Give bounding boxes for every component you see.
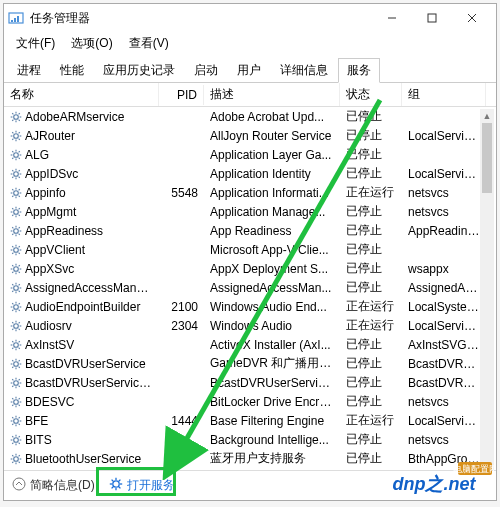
svg-line-24 xyxy=(19,132,20,133)
cell-name: BcastDVRUserService_3a... xyxy=(4,375,159,391)
svg-point-26 xyxy=(14,152,19,157)
col-header-desc[interactable]: 描述 xyxy=(204,83,340,106)
svg-line-122 xyxy=(19,347,20,348)
gear-icon xyxy=(10,301,22,313)
table-row[interactable]: Appinfo5548Application Informati...正在运行n… xyxy=(4,183,496,202)
col-header-group[interactable]: 组 xyxy=(402,83,486,106)
close-button[interactable] xyxy=(452,5,492,31)
table-row[interactable]: ALGApplication Layer Ga...已停止 xyxy=(4,145,496,164)
scroll-up-arrow[interactable]: ▲ xyxy=(480,109,494,123)
cell-group: LocalService... xyxy=(402,318,486,334)
tab-1[interactable]: 性能 xyxy=(51,58,93,83)
table-row[interactable]: Audiosrv2304Windows Audio正在运行LocalServic… xyxy=(4,316,496,335)
scrollbar-thumb[interactable] xyxy=(482,123,492,193)
svg-line-94 xyxy=(12,284,13,285)
gear-icon xyxy=(10,358,22,370)
svg-line-157 xyxy=(12,417,13,418)
cell-name: AxInstSV xyxy=(4,337,159,353)
table-row[interactable]: BcastDVRUserService_3a...BcastDVRUserSer… xyxy=(4,373,496,392)
gear-icon xyxy=(10,434,22,446)
cell-status: 已停止 xyxy=(340,373,402,392)
table-row[interactable]: AppReadinessApp Readiness已停止AppReadiness xyxy=(4,221,496,240)
cell-desc: Background Intellige... xyxy=(204,432,340,448)
vertical-scrollbar[interactable]: ▲ ▼ xyxy=(480,109,494,470)
tab-4[interactable]: 用户 xyxy=(228,58,270,83)
fewer-details-button[interactable]: 简略信息(D) xyxy=(12,477,95,494)
cell-desc: 蓝牙用户支持服务 xyxy=(204,449,340,468)
table-row[interactable]: AudioEndpointBuilder2100Windows Audio En… xyxy=(4,297,496,316)
table-row[interactable]: BDESVCBitLocker Drive Encry...已停止netsvcs xyxy=(4,392,496,411)
cell-pid xyxy=(159,382,204,384)
svg-line-58 xyxy=(12,208,13,209)
svg-point-197 xyxy=(13,478,25,490)
svg-line-142 xyxy=(12,385,13,386)
svg-point-35 xyxy=(14,171,19,176)
app-icon xyxy=(8,10,24,26)
table-row[interactable]: BFE1444Base Filtering Engine正在运行LocalSer… xyxy=(4,411,496,430)
svg-line-95 xyxy=(19,290,20,291)
table-row[interactable]: AppXSvcAppX Deployment S...已停止wsappx xyxy=(4,259,496,278)
maximize-button[interactable] xyxy=(412,5,452,31)
cell-desc: AppX Deployment S... xyxy=(204,261,340,277)
table-row[interactable]: BcastDVRUserServiceGameDVR 和广播用户...已停止Bc… xyxy=(4,354,496,373)
svg-line-168 xyxy=(19,436,20,437)
col-header-name[interactable]: 名称 xyxy=(4,83,159,106)
table-row[interactable]: AdobeARMserviceAdobe Acrobat Upd...已停止 xyxy=(4,107,496,126)
cell-desc: Windows Audio xyxy=(204,318,340,334)
cell-desc: GameDVR 和广播用户... xyxy=(204,354,340,373)
gear-icon xyxy=(10,206,22,218)
menu-options[interactable]: 选项(O) xyxy=(65,33,118,54)
table-row[interactable]: AppIDSvcApplication Identity已停止LocalServ… xyxy=(4,164,496,183)
svg-point-134 xyxy=(14,380,19,385)
svg-line-167 xyxy=(19,442,20,443)
menu-file[interactable]: 文件(F) xyxy=(10,33,61,54)
gear-icon xyxy=(10,282,22,294)
col-header-status[interactable]: 状态 xyxy=(340,83,402,106)
gear-icon xyxy=(10,168,22,180)
cell-desc: Windows Audio End... xyxy=(204,299,340,315)
table-row[interactable]: AssignedAccessManager...AssignedAccessMa… xyxy=(4,278,496,297)
svg-line-52 xyxy=(12,195,13,196)
svg-line-70 xyxy=(12,233,13,234)
tab-6[interactable]: 服务 xyxy=(338,58,380,83)
svg-line-31 xyxy=(12,151,13,152)
tab-3[interactable]: 启动 xyxy=(185,58,227,83)
svg-line-61 xyxy=(12,214,13,215)
menu-view[interactable]: 查看(V) xyxy=(123,33,175,54)
svg-line-175 xyxy=(12,455,13,456)
table-row[interactable]: AppMgmtApplication Manage...已停止netsvcs xyxy=(4,202,496,221)
svg-line-112 xyxy=(12,322,13,323)
cell-status: 已停止 xyxy=(340,164,402,183)
gear-icon xyxy=(10,320,22,332)
cell-pid xyxy=(159,173,204,175)
cell-pid xyxy=(159,458,204,460)
cell-desc: Adobe Acrobat Upd... xyxy=(204,109,340,125)
tab-0[interactable]: 进程 xyxy=(8,58,50,83)
table-row[interactable]: AxInstSVActiveX Installer (AxI...已停止AxIn… xyxy=(4,335,496,354)
gear-icon xyxy=(10,396,22,408)
svg-line-104 xyxy=(19,309,20,310)
table-row[interactable]: BITSBackground Intellige...已停止netsvcs xyxy=(4,430,496,449)
cell-name: BcastDVRUserService xyxy=(4,356,159,372)
svg-line-49 xyxy=(12,189,13,190)
svg-point-170 xyxy=(14,456,19,461)
table-row[interactable]: AppVClientMicrosoft App-V Clie...已停止 xyxy=(4,240,496,259)
svg-line-121 xyxy=(12,341,13,342)
cell-desc: Application Layer Ga... xyxy=(204,147,340,163)
svg-point-17 xyxy=(14,133,19,138)
open-services-button[interactable]: 打开服务 xyxy=(109,477,175,494)
col-header-pid[interactable]: PID xyxy=(159,85,204,105)
svg-point-198 xyxy=(112,481,118,487)
table-row[interactable]: AJRouterAllJoyn Router Service已停止LocalSe… xyxy=(4,126,496,145)
cell-group: netsvcs xyxy=(402,204,486,220)
tab-2[interactable]: 应用历史记录 xyxy=(94,58,184,83)
tab-5[interactable]: 详细信息 xyxy=(271,58,337,83)
minimize-button[interactable] xyxy=(372,5,412,31)
cell-group: AxInstSVGro... xyxy=(402,337,486,353)
cell-name: AppIDSvc xyxy=(4,166,159,182)
svg-line-139 xyxy=(12,379,13,380)
gear-icon xyxy=(10,187,22,199)
cell-group: AppReadiness xyxy=(402,223,486,239)
svg-line-96 xyxy=(19,284,20,285)
svg-line-131 xyxy=(19,366,20,367)
